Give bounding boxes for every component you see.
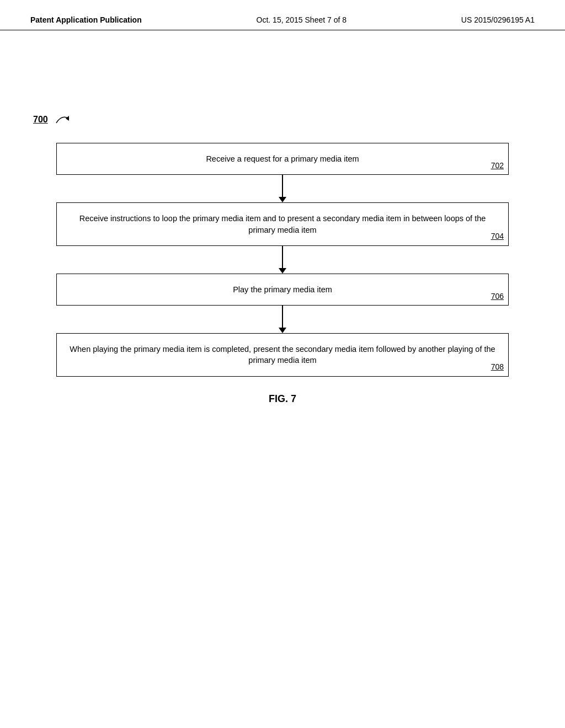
arrow-2: [279, 246, 286, 274]
arrow-line-2: [282, 246, 283, 268]
page: Patent Application Publication Oct. 15, …: [0, 0, 565, 728]
header-date-sheet: Oct. 15, 2015 Sheet 7 of 8: [257, 15, 347, 24]
header: Patent Application Publication Oct. 15, …: [0, 0, 565, 30]
arrow-head-1: [279, 197, 286, 202]
figure-label: FIG. 7: [269, 393, 296, 405]
ref-702: 702: [491, 160, 504, 172]
arrow-1: [279, 175, 286, 202]
flowchart: Receive a request for a primary media it…: [33, 143, 532, 405]
flow-box-708-text: When playing the primary media item is c…: [70, 345, 495, 365]
flow-box-702-text: Receive a request for a primary media it…: [206, 154, 359, 163]
arrow-3: [279, 306, 286, 333]
ref-706: 706: [491, 291, 504, 302]
flow-box-704: Receive instructions to loop the primary…: [56, 202, 509, 246]
flowchart-label: 700: [33, 113, 532, 126]
curved-arrow-icon: [54, 113, 76, 126]
arrow-line-3: [282, 306, 283, 328]
header-patent-number: US 2015/0296195 A1: [461, 15, 535, 24]
flow-box-702: Receive a request for a primary media it…: [56, 143, 509, 175]
flow-box-704-text: Receive instructions to loop the primary…: [79, 214, 486, 234]
arrow-line-1: [282, 175, 283, 197]
ref-708: 708: [491, 362, 504, 373]
flow-box-706: Play the primary media item 706: [56, 274, 509, 306]
arrow-head-2: [279, 268, 286, 274]
ref-704: 704: [491, 231, 504, 242]
flow-box-708: When playing the primary media item is c…: [56, 333, 509, 377]
diagram-id: 700: [33, 115, 48, 125]
main-content: 700 Receive a request for a primary medi…: [0, 30, 565, 421]
arrow-head-3: [279, 328, 286, 333]
header-publication-label: Patent Application Publication: [30, 15, 142, 24]
flow-box-706-text: Play the primary media item: [233, 285, 332, 294]
svg-marker-0: [66, 116, 69, 121]
